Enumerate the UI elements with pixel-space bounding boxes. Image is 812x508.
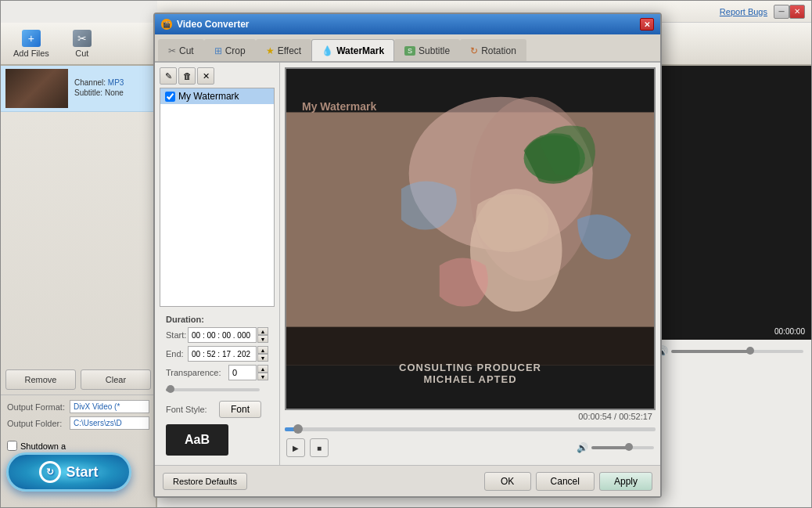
svg-rect-5: [286, 327, 654, 366]
remove-clear-bar: Remove Clear: [1, 365, 156, 395]
dialog-title-text: Video Converter: [177, 19, 640, 30]
tab-rotation[interactable]: ↻ Rotation: [460, 39, 526, 61]
crop-tab-label: Crop: [225, 45, 246, 56]
file-list: Channel: MP3 Subtitle: None: [1, 66, 156, 365]
output-format-value[interactable]: DivX Video (*: [70, 400, 149, 413]
cut-button[interactable]: ✂ Cut: [59, 27, 106, 61]
subtitle-tab-icon: S: [404, 46, 415, 56]
right-volume-control: 🔊: [655, 345, 803, 358]
ok-button[interactable]: OK: [484, 472, 531, 491]
end-time-input[interactable]: 00 : 52 : 17 . 202: [188, 346, 257, 362]
vol-icon: 🔊: [577, 442, 588, 453]
tab-crop[interactable]: ⊞ Crop: [204, 39, 256, 61]
dialog-title-bar: 🎬 Video Converter ✕: [155, 14, 660, 34]
transparence-slider[interactable]: [166, 388, 260, 391]
dialog-body: ✎ 🗑 ✕ My Watermark Duration: Start:: [155, 63, 660, 465]
start-spin-up[interactable]: ▲: [257, 327, 268, 335]
font-style-label: Font Style:: [166, 405, 213, 414]
shutdown-checkbox[interactable]: [7, 441, 17, 451]
rotation-tab-label: Rotation: [481, 45, 516, 56]
video-converter-dialog: 🎬 Video Converter ✕ ✂ Cut ⊞ Crop ★ Effec…: [153, 13, 662, 498]
add-files-label: Add Files: [13, 49, 49, 58]
dialog-tabs: ✂ Cut ⊞ Crop ★ Effect 💧 WaterMark S Subt…: [155, 34, 660, 63]
transp-spin-up[interactable]: ▲: [257, 365, 268, 373]
add-files-button[interactable]: + Add Files: [7, 27, 56, 61]
remove-button[interactable]: Remove: [5, 369, 76, 390]
cut-icon: ✂: [73, 30, 92, 47]
watermark-checkbox[interactable]: [165, 92, 175, 102]
preview-time: 00:00:00: [774, 327, 805, 336]
restore-defaults-button[interactable]: Restore Defaults: [163, 473, 247, 490]
video-seekbar[interactable]: [285, 424, 656, 434]
clear-button[interactable]: Clear: [81, 369, 151, 390]
video-volume-slider[interactable]: [591, 446, 654, 449]
end-time-spinner: ▲ ▼: [257, 346, 268, 362]
footer-buttons: OK Cancel Apply: [484, 472, 652, 491]
effect-tab-label: Effect: [278, 45, 301, 56]
add-files-icon: +: [22, 30, 41, 47]
apply-button[interactable]: Apply: [599, 472, 652, 491]
app-window: Report Bugs ─ ✕ + Add Files ✂ Cut 👤 Abou…: [0, 0, 812, 508]
duration-section: Duration: Start: 00 : 00 : 00 . 000 ▲ ▼ …: [160, 310, 275, 460]
start-icon: ↻: [39, 461, 61, 483]
video-area: My Watermark CONSULTING PRODUCERMICHAEL …: [280, 63, 660, 465]
duration-label: Duration:: [166, 315, 268, 324]
watermark-list-item[interactable]: My Watermark: [160, 88, 274, 104]
watermark-tab-icon: 💧: [322, 45, 333, 56]
tab-subtitle[interactable]: S Subtitle: [394, 39, 460, 61]
transparence-input[interactable]: [228, 365, 257, 380]
subtitle-tab-label: Subtitle: [419, 45, 450, 56]
volume-control: 🔊: [577, 442, 654, 453]
start-label: Start: [66, 464, 98, 481]
cut-tab-label: Cut: [179, 45, 194, 56]
watermark-tab-label: WaterMark: [336, 45, 384, 56]
rotation-tab-icon: ↻: [470, 45, 478, 56]
watermark-toolbar: ✎ 🗑 ✕: [160, 67, 275, 85]
tab-watermark[interactable]: 💧 WaterMark: [311, 39, 394, 61]
dialog-title-icon: 🎬: [161, 19, 172, 30]
file-info: Channel: MP3 Subtitle: None: [74, 78, 124, 99]
start-label: Start:: [166, 330, 188, 340]
tab-effect[interactable]: ★ Effect: [256, 39, 311, 61]
stop-button[interactable]: ■: [310, 438, 329, 457]
close-button[interactable]: ✕: [789, 5, 805, 19]
time-current: 00:00:54: [578, 412, 612, 421]
font-preview: AaB: [166, 424, 228, 456]
report-bugs-link[interactable]: Report Bugs: [720, 7, 767, 16]
output-folder-label: Output Folder:: [7, 419, 70, 428]
producer-text: CONSULTING PRODUCERMICHAEL APTED: [399, 362, 541, 385]
video-frame: My Watermark CONSULTING PRODUCERMICHAEL …: [285, 67, 656, 410]
crop-tab-icon: ⊞: [214, 45, 222, 56]
output-section: Output Format: DivX Video (* Output Fold…: [1, 395, 156, 438]
file-item[interactable]: Channel: MP3 Subtitle: None: [1, 66, 156, 112]
cancel-button[interactable]: Cancel: [536, 472, 595, 491]
watermark-overlay-text: My Watermark: [302, 100, 376, 113]
file-thumbnail: [5, 69, 68, 108]
watermark-close-button[interactable]: ✕: [197, 67, 214, 85]
play-button[interactable]: ▶: [286, 438, 305, 457]
watermark-list: My Watermark: [160, 88, 275, 307]
end-spin-down[interactable]: ▼: [257, 354, 268, 362]
dialog-close-button[interactable]: ✕: [640, 18, 654, 31]
tab-cut[interactable]: ✂ Cut: [158, 39, 204, 61]
video-controls: ▶ ■ 🔊: [285, 435, 656, 460]
start-time-input[interactable]: 00 : 00 : 00 . 000: [188, 327, 257, 343]
font-button[interactable]: Font: [219, 401, 261, 418]
transparence-spinner: ▲ ▼: [257, 365, 268, 380]
volume-slider[interactable]: [671, 350, 803, 353]
transp-spin-down[interactable]: ▼: [257, 373, 268, 380]
video-art: [286, 69, 654, 409]
watermark-edit-button[interactable]: ✎: [160, 67, 177, 85]
shutdown-label: Shutdown a: [20, 441, 66, 451]
watermark-delete-button[interactable]: 🗑: [178, 67, 196, 85]
end-spin-up[interactable]: ▲: [257, 346, 268, 354]
transparence-label: Transparence:: [166, 368, 228, 377]
left-panel: Channel: MP3 Subtitle: None Remove Clear…: [1, 66, 157, 507]
minimize-button[interactable]: ─: [774, 5, 789, 19]
cut-label: Cut: [75, 49, 88, 58]
start-spin-down[interactable]: ▼: [257, 335, 268, 343]
output-folder-value[interactable]: C:\Users\zs\D: [70, 416, 149, 430]
output-format-label: Output Format:: [7, 402, 70, 412]
video-time-display: 00:00:54 / 00:52:17: [285, 410, 656, 423]
start-button[interactable]: ↻ Start: [6, 452, 131, 492]
